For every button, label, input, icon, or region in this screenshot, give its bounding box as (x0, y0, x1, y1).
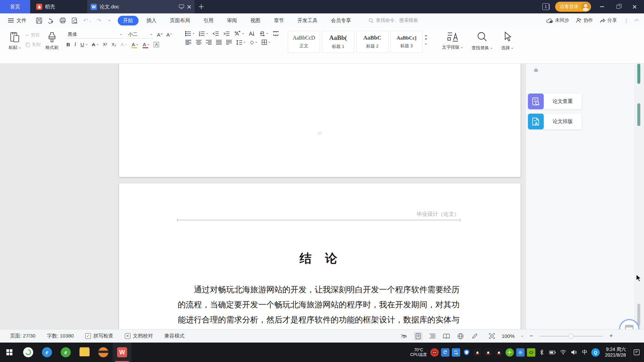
redo-icon[interactable]: ↷ (97, 17, 101, 24)
align-right-button[interactable] (206, 40, 212, 45)
tab-review[interactable]: 审阅 (222, 16, 243, 25)
shading-button[interactable]: ◇ (250, 39, 257, 45)
close-button[interactable] (629, 2, 639, 12)
decrease-indent-icon[interactable] (213, 31, 219, 36)
underline-button[interactable]: U (80, 42, 88, 47)
collapse-ribbon-icon[interactable] (635, 19, 639, 23)
borders-button[interactable] (262, 40, 270, 45)
fit-page-icon[interactable] (488, 332, 496, 341)
monitor-icon[interactable] (179, 4, 184, 9)
tab-references[interactable]: 引用 (198, 16, 219, 25)
tray-volume-icon[interactable] (570, 348, 578, 357)
document-canvas[interactable]: 27 毕业设计（论文） 结 论 通过对畅玩北海旅游网站的开发，让我深刻明白开发一… (0, 64, 644, 329)
find-replace-button[interactable]: 查找替换 (469, 31, 495, 52)
tray-qq-icon[interactable] (495, 348, 503, 357)
tab-document[interactable]: W 论文.doc (87, 0, 195, 13)
text-effects-button[interactable]: A (120, 42, 127, 47)
outline-view-icon[interactable] (428, 332, 437, 341)
taskbar-app-ie[interactable]: e (38, 343, 56, 362)
tray-sync-icon[interactable] (441, 348, 449, 357)
style-heading2[interactable]: AaBbC 标题 2 (356, 31, 388, 53)
font-color-button[interactable]: A (143, 42, 149, 47)
tray-ime-indicator[interactable]: 中 (581, 348, 589, 357)
align-center-button[interactable] (196, 40, 202, 45)
panel-scrollbar-track[interactable] (635, 64, 644, 329)
taskbar-file-explorer[interactable] (75, 343, 94, 362)
subscript-button[interactable]: X₂ (112, 42, 116, 47)
print-icon[interactable] (59, 17, 66, 23)
tab-sections[interactable]: 章节 (269, 16, 289, 25)
thesis-layout-button[interactable]: A 论文排版 (528, 114, 582, 129)
tab-start[interactable]: 开始 (118, 16, 139, 25)
tab-view[interactable]: 视图 (245, 16, 266, 25)
style-heading3[interactable]: AaBbCc] 标题 3 (390, 31, 423, 53)
page-indicator[interactable]: 页面: 27/30 (10, 333, 36, 339)
scrollbar-thumb[interactable] (637, 64, 640, 84)
font-name-combo[interactable]: 黑体 (66, 31, 123, 39)
italic-button[interactable]: I (74, 42, 76, 47)
new-tab-button[interactable] (195, 0, 208, 13)
taskbar-clock[interactable]: 9:24 周六 2021/8/28 (605, 347, 626, 358)
compatibility-mode[interactable]: 兼容模式 (164, 333, 184, 339)
thesis-check-button[interactable]: 论文查重 (528, 94, 582, 109)
show-desktop-button[interactable] (642, 343, 644, 362)
file-menu-button[interactable]: 文件 (0, 17, 33, 24)
document-page-current[interactable]: 毕业设计（论文） 结 论 通过对畅玩北海旅游网站的开发，让我深刻明白开发一个程序… (119, 183, 521, 329)
taskbar-app-wps[interactable]: W (113, 343, 131, 362)
restore-button[interactable] (613, 2, 623, 12)
character-border-button[interactable]: A (154, 42, 159, 47)
zoom-slider[interactable] (539, 336, 603, 337)
edit-pencil-icon[interactable] (470, 332, 479, 341)
save-icon[interactable] (36, 17, 42, 24)
align-left-button[interactable] (185, 40, 192, 45)
cpu-temperature[interactable]: 70°C CPU温度 (410, 348, 427, 357)
tray-battery-icon[interactable] (548, 348, 557, 357)
share-button[interactable]: 分享 (600, 17, 617, 23)
sync-status[interactable]: 未同步 (546, 17, 569, 23)
gallery-down-icon[interactable] (425, 39, 427, 41)
export-icon[interactable] (48, 17, 54, 24)
collaborate-button[interactable]: 协作 (576, 17, 593, 23)
scrollbar-mark[interactable] (637, 103, 640, 126)
style-heading1[interactable]: AaBb( 标题 1 (322, 31, 354, 53)
book-view-icon[interactable] (442, 332, 451, 341)
select-button[interactable]: 选择 (498, 31, 516, 52)
gallery-up-icon[interactable] (425, 34, 427, 36)
numbered-list-button[interactable]: 123 (199, 31, 208, 36)
paste-button[interactable]: 粘贴 (6, 31, 23, 51)
eye-protect-icon[interactable] (400, 332, 409, 341)
text-layout-button[interactable]: 文字排版 (439, 31, 466, 52)
tray-qq-icon[interactable] (473, 348, 482, 357)
zoom-in-button[interactable]: + (608, 333, 614, 340)
action-center-button[interactable] (631, 343, 642, 362)
collapse-panel-icon[interactable] (533, 68, 539, 72)
tab-docer[interactable]: 稻壳 (30, 0, 64, 13)
sort-icon[interactable] (249, 31, 255, 36)
format-painter-button[interactable]: 格式刷 (43, 31, 61, 51)
tab-page-layout[interactable]: 页面布局 (165, 16, 196, 25)
more-menu-icon[interactable]: ⋮ (624, 17, 629, 24)
tray-nvidia-icon[interactable] (527, 348, 535, 357)
start-button[interactable] (0, 343, 19, 362)
tab-home[interactable]: 首页 (0, 0, 30, 13)
bullet-list-button[interactable] (185, 31, 195, 36)
spellcheck-toggle[interactable]: ✓拼写检查 (85, 333, 113, 339)
tray-settings-icon[interactable] (516, 348, 525, 357)
grow-font-button[interactable]: A⁺ (157, 31, 163, 39)
tab-membership[interactable]: 会员专享 (326, 16, 357, 25)
bold-button[interactable]: B (66, 42, 70, 47)
zoom-out-button[interactable]: − (529, 333, 534, 340)
word-count[interactable]: 字数: 10380 (47, 333, 74, 339)
undo-icon[interactable]: ↶ (83, 17, 91, 24)
proofread-toggle[interactable]: ✕文档校对 (125, 333, 153, 339)
close-document-icon[interactable] (187, 5, 191, 9)
justify-button[interactable] (216, 40, 222, 45)
text-direction-icon[interactable] (234, 31, 244, 36)
strikethrough-button[interactable]: A (92, 42, 99, 47)
tray-security-icon[interactable] (430, 348, 439, 357)
tray-wifi-icon[interactable] (559, 348, 568, 357)
window-count-badge[interactable]: 1 (542, 3, 549, 10)
tray-update-icon[interactable] (452, 348, 460, 357)
increase-indent-icon[interactable] (223, 31, 230, 36)
paragraph-direction-icon[interactable] (259, 31, 268, 36)
